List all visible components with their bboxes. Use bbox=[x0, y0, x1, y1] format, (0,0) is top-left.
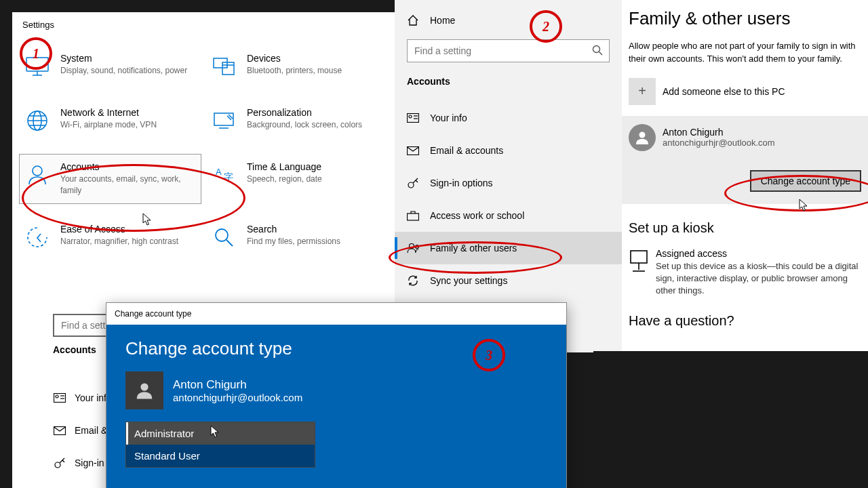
language-icon: A字 bbox=[210, 161, 237, 188]
tile-desc: Wi-Fi, airplane mode, VPN bbox=[60, 119, 199, 131]
briefcase-icon bbox=[407, 211, 420, 221]
tile-title: Network & Internet bbox=[60, 107, 199, 118]
tile-desc: Bluetooth, printers, mouse bbox=[247, 65, 386, 77]
svg-line-17 bbox=[226, 240, 233, 246]
svg-line-28 bbox=[599, 52, 603, 56]
search-icon bbox=[592, 45, 603, 56]
svg-text:A: A bbox=[216, 167, 222, 177]
key-icon bbox=[407, 177, 420, 189]
svg-rect-18 bbox=[54, 394, 66, 403]
tile-ease-of-access[interactable]: Ease of Access Narrator, magnifier, high… bbox=[19, 216, 201, 258]
avatar bbox=[125, 371, 163, 409]
system-icon bbox=[24, 53, 51, 80]
tile-accounts[interactable]: Accounts Your accounts, email, sync, wor… bbox=[19, 154, 201, 204]
svg-point-13 bbox=[33, 166, 42, 176]
tile-title: System bbox=[60, 53, 199, 64]
svg-point-44 bbox=[140, 383, 148, 390]
change-account-type-dialog: Change account type Change account type … bbox=[106, 302, 567, 488]
sidebar-item-label: Family & other users bbox=[430, 243, 517, 253]
tile-title: Time & Language bbox=[247, 161, 386, 172]
tile-desc: Display, sound, notifications, power bbox=[60, 65, 199, 77]
kiosk-icon bbox=[629, 248, 649, 274]
sidebar-item-email[interactable]: Email & accounts bbox=[395, 134, 622, 167]
sync-icon bbox=[407, 274, 420, 287]
dropdown-option-standard-user[interactable]: Standard User bbox=[126, 445, 315, 467]
dialog-user-name: Anton Chigurh bbox=[173, 378, 302, 392]
user-name: Anton Chigurh bbox=[663, 127, 775, 138]
sidebar-item-your-info[interactable]: Your info bbox=[395, 102, 622, 134]
accounts-heading: Accounts bbox=[53, 344, 96, 355]
svg-line-35 bbox=[413, 178, 418, 183]
page-description: Allow people who are not part of your fa… bbox=[629, 40, 861, 66]
kiosk-title: Assigned access bbox=[656, 248, 861, 259]
mail-icon bbox=[407, 146, 420, 155]
search-icon bbox=[210, 224, 237, 251]
mail-icon bbox=[53, 426, 66, 435]
home-icon bbox=[407, 15, 420, 26]
tile-network[interactable]: Network & Internet Wi-Fi, airplane mode,… bbox=[19, 100, 201, 142]
sidebar-heading: Accounts bbox=[395, 72, 622, 94]
sidebar-item-work-school[interactable]: Access work or school bbox=[395, 199, 622, 232]
svg-line-24 bbox=[60, 458, 64, 463]
personalization-icon bbox=[210, 107, 237, 134]
assigned-access-button[interactable]: Assigned access Set up this device as a … bbox=[629, 248, 861, 298]
settings-tiles-grid: System Display, sound, notifications, po… bbox=[12, 37, 395, 266]
nav-home[interactable]: Home bbox=[395, 0, 622, 35]
account-type-dropdown[interactable]: Administrator Standard User bbox=[125, 422, 315, 468]
change-account-type-button[interactable]: Change account type bbox=[750, 170, 861, 192]
kiosk-heading: Set up a kiosk bbox=[629, 220, 861, 236]
sidebar-item-label: Sync your settings bbox=[430, 275, 507, 286]
svg-point-16 bbox=[216, 229, 228, 241]
dropdown-option-administrator[interactable]: Administrator bbox=[126, 422, 315, 445]
tile-title: Personalization bbox=[247, 107, 386, 118]
sidebar-item-family-other-users[interactable]: Family & other users bbox=[395, 232, 622, 264]
sidebar-item-label: Email & accounts bbox=[430, 145, 503, 156]
tile-desc: Find my files, permissions bbox=[247, 236, 386, 247]
sidebar-item-label: Access work or school bbox=[430, 210, 524, 221]
settings-window-title: Settings bbox=[12, 12, 395, 37]
tile-devices[interactable]: Devices Bluetooth, printers, mouse bbox=[205, 45, 388, 87]
family-other-users-panel: Family & other users Allow people who ar… bbox=[622, 0, 868, 352]
add-user-label: Add someone else to this PC bbox=[663, 86, 785, 97]
background-block bbox=[593, 351, 868, 488]
svg-point-38 bbox=[410, 244, 414, 249]
avatar bbox=[629, 124, 656, 151]
people-icon bbox=[407, 243, 420, 253]
accounts-sidebar-panel: Home Accounts Your info Email & accounts… bbox=[395, 0, 622, 352]
tile-search[interactable]: Search Find my files, permissions bbox=[205, 216, 388, 258]
dialog-titlebar: Change account type bbox=[106, 303, 566, 325]
svg-point-19 bbox=[56, 395, 58, 398]
page-title: Family & other users bbox=[629, 8, 861, 29]
svg-rect-29 bbox=[408, 114, 419, 123]
tile-time-language[interactable]: A字 Time & Language Speech, region, date bbox=[205, 154, 388, 204]
sidebar-search-input[interactable] bbox=[407, 39, 610, 62]
tile-title: Devices bbox=[247, 53, 386, 64]
svg-rect-0 bbox=[26, 58, 48, 71]
sidebar-item-label: Your info bbox=[430, 113, 467, 123]
svg-rect-37 bbox=[408, 214, 419, 220]
kiosk-desc: Set up this device as a kiosk—this could… bbox=[656, 260, 861, 298]
add-user-button[interactable]: + Add someone else to this PC bbox=[629, 78, 861, 105]
other-user-card[interactable]: Anton Chigurh antonchigurhjr@outlook.com… bbox=[622, 116, 868, 204]
sidebar-item-signin[interactable]: Sign-in options bbox=[395, 167, 622, 199]
svg-point-34 bbox=[408, 182, 414, 188]
tile-title: Accounts bbox=[60, 161, 199, 172]
person-icon bbox=[24, 161, 51, 188]
person-card-icon bbox=[407, 113, 420, 123]
dialog-title: Change account type bbox=[125, 338, 547, 359]
tile-personalization[interactable]: Personalization Background, lock screen,… bbox=[205, 100, 388, 142]
tile-title: Search bbox=[247, 224, 386, 235]
svg-point-27 bbox=[593, 46, 600, 53]
tile-system[interactable]: System Display, sound, notifications, po… bbox=[19, 45, 201, 87]
svg-rect-3 bbox=[214, 58, 227, 68]
tile-desc: Narrator, magnifier, high contrast bbox=[60, 236, 199, 247]
svg-line-25 bbox=[62, 460, 64, 462]
key-icon bbox=[53, 457, 66, 469]
svg-line-36 bbox=[416, 180, 418, 182]
sidebar-item-sync[interactable]: Sync your settings bbox=[395, 264, 622, 297]
ease-of-access-icon bbox=[24, 224, 51, 251]
dialog-user-email: antonchigurhjr@outlook.com bbox=[173, 392, 302, 403]
person-card-icon bbox=[53, 393, 66, 403]
svg-point-23 bbox=[55, 462, 60, 468]
question-heading: Have a question? bbox=[629, 313, 861, 329]
